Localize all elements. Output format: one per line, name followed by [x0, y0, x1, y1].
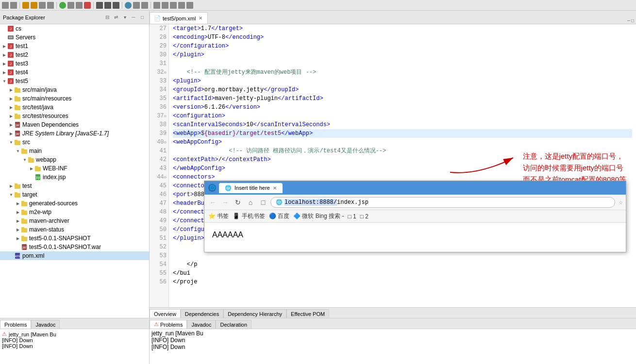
tree-arrow-m2e-wtp: ▶	[16, 210, 20, 215]
line-number-39: 39	[151, 129, 167, 138]
bookmark-mobile[interactable]: 📱 手机书签	[233, 212, 265, 220]
browser-tabview-button[interactable]: □	[258, 197, 268, 208]
code-line-33: <plugin>	[173, 77, 632, 85]
tree-item-pom-xml[interactable]: xmlpom.xml	[0, 251, 149, 260]
tab-overview[interactable]: Overview	[150, 309, 181, 318]
tab-bottom-declaration[interactable]: Declaration	[216, 320, 251, 329]
tree-item-test1[interactable]: ▶Jtest1	[0, 42, 149, 50]
bookmark-2[interactable]: □ 2	[360, 213, 368, 220]
tree-item-target-dir[interactable]: ▼target	[0, 190, 149, 199]
tree-item-src-main-resources[interactable]: ▶src/main/resources	[0, 94, 149, 103]
tree-label-src-test-java: src/test/java	[22, 104, 53, 111]
toolbar-icon-20	[178, 2, 185, 9]
maximize-icon[interactable]: □	[138, 14, 146, 21]
browser-refresh-button[interactable]: ↻	[233, 197, 243, 208]
bottom-panel-tabs: ⚠ Problems Javadoc Declaration	[150, 318, 636, 329]
tree-item-index-jsp[interactable]: jspindex.jsp	[0, 173, 149, 182]
browser-address-bar[interactable]: 🌐 localhost:8888/index.jsp	[270, 197, 615, 208]
tab-effective-pom[interactable]: Effective POM	[286, 309, 329, 318]
tree-arrow-target-dir: ▼	[9, 192, 14, 197]
editor-minimize-icon[interactable]: ─	[627, 18, 630, 24]
editor-controls: ─ □	[627, 18, 636, 24]
tree-item-maven-dep[interactable]: ▶jarMaven Dependencies	[0, 120, 149, 129]
svg-rect-42	[21, 211, 27, 215]
tree-item-test5[interactable]: ▼Jtest5	[0, 77, 149, 85]
browser-tab[interactable]: 🌐 Insert title here ✕	[219, 183, 283, 193]
editor-tab-close[interactable]: ✕	[198, 16, 203, 21]
code-line-56: </proje	[173, 278, 632, 286]
tree-item-main[interactable]: ▼main	[0, 147, 149, 155]
link-editor-icon[interactable]: ⇌	[112, 14, 120, 21]
svg-rect-26	[15, 141, 20, 145]
toolbar-icon-10	[84, 2, 91, 9]
tree-item-servers[interactable]: Servers	[0, 33, 149, 42]
tree-item-test-dir[interactable]: ▶test	[0, 182, 149, 190]
tree-icon-webapp	[27, 156, 35, 164]
tree-item-maven-status[interactable]: ▶maven-status	[0, 225, 149, 234]
line-number-47: 47	[151, 199, 167, 208]
tree-arrow-web-inf: ▶	[29, 166, 34, 171]
tree-item-test5-snapshot[interactable]: ▶test5-0.0.1-SNAPSHOT	[0, 234, 149, 243]
svg-rect-16	[15, 97, 20, 101]
svg-rect-31	[28, 157, 31, 159]
tree-item-web-inf[interactable]: ▶WEB-INF	[0, 164, 149, 173]
svg-text:J: J	[10, 53, 12, 57]
tree-item-test5-snapshot-war[interactable]: jartest5-0.0.1-SNAPSHOT.war	[0, 243, 149, 251]
browser-forward-button[interactable]: →	[220, 197, 231, 208]
tree-item-maven-archiver[interactable]: ▶maven-archiver	[0, 216, 149, 225]
editor-maximize-icon[interactable]: □	[631, 18, 634, 24]
tab-dependencies[interactable]: Dependencies	[181, 309, 223, 318]
toolbar-icon-9	[76, 2, 83, 9]
tab-file-icon: 📄	[154, 15, 161, 21]
browser-back-button[interactable]: ←	[207, 197, 218, 208]
code-editor[interactable]: 272829303132⊖3334353637⊖383940⊖41424344⊖…	[150, 24, 636, 307]
browser-tab-title: Insert title here	[234, 185, 270, 191]
collapse-icon[interactable]: ⊟	[103, 14, 111, 21]
tree-item-cs[interactable]: Jcs	[0, 24, 149, 33]
code-line-55: </bui	[173, 269, 632, 278]
toolbar-icon-18	[162, 2, 168, 9]
tree-label-test3: test3	[16, 60, 28, 67]
tree-arrow-test3: ▶	[2, 61, 7, 66]
browser-tab-close[interactable]: ✕	[273, 185, 277, 191]
tree-item-src[interactable]: ▼src	[0, 138, 149, 147]
svg-text:J: J	[10, 27, 12, 31]
line-number-54: 54	[151, 260, 167, 269]
bookmark-favorites[interactable]: ⭐ 书签	[208, 212, 229, 220]
tree-item-test4[interactable]: ▶Jtest4	[0, 68, 149, 77]
line-number-52: 52	[151, 243, 167, 251]
code-line-54: </p	[173, 260, 632, 269]
editor-tab-pom[interactable]: 📄 test5/pom.xml ✕	[150, 12, 208, 24]
svg-text:jsp: jsp	[35, 176, 40, 180]
toolbar-icon-14	[125, 2, 132, 9]
minimize-icon[interactable]: ─	[130, 14, 137, 21]
tree-item-src-test-resources[interactable]: ▶src/test/resources	[0, 112, 149, 120]
tree-item-src-test-java[interactable]: ▶src/test/java	[0, 103, 149, 112]
browser-home-button[interactable]: ⌂	[245, 197, 256, 208]
svg-rect-44	[21, 219, 27, 224]
tree-label-src-main-resources: src/main/resources	[22, 95, 71, 102]
main-layout: Package Explorer ⊟ ⇌ ▾ ─ □ JcsServers▶Jt…	[0, 11, 636, 364]
line-number-31: 31	[151, 59, 167, 68]
tree-item-src-main-java[interactable]: ▶src/main/java	[0, 85, 149, 94]
view-menu-icon[interactable]: ▾	[121, 14, 129, 21]
tree-item-test3[interactable]: ▶Jtest3	[0, 59, 149, 68]
bookmark-bing[interactable]: 🔷 微软 Bing 搜索 -	[293, 212, 344, 220]
tab-problems[interactable]: Problems	[0, 320, 31, 329]
tree-arrow-src: ▼	[9, 140, 14, 145]
toolbar-icon-16	[141, 2, 148, 9]
tab-bottom-javadoc[interactable]: Javadoc	[187, 320, 216, 329]
tree-item-jre[interactable]: ▶jarJRE System Library [JavaSE-1.7]	[0, 129, 149, 138]
tree-label-jre: JRE System Library [JavaSE-1.7]	[22, 130, 109, 137]
tab-javadoc[interactable]: Javadoc	[31, 320, 60, 329]
tree-icon-test3: J	[7, 60, 15, 67]
tree-item-generated-sources[interactable]: ▶generated-sources	[0, 199, 149, 208]
tab-dependency-hierarchy[interactable]: Dependency Hierarchy	[223, 309, 286, 318]
bookmark-1[interactable]: □ 1	[348, 213, 356, 220]
bookmark-baidu[interactable]: 🔵 百度	[269, 212, 289, 220]
tree-item-test2[interactable]: ▶Jtest2	[0, 50, 149, 59]
tab-bottom-problems[interactable]: ⚠ Problems	[150, 320, 187, 329]
tree-item-webapp[interactable]: ▼webapp	[0, 155, 149, 164]
tree-item-m2e-wtp[interactable]: ▶m2e-wtp	[0, 208, 149, 216]
line-number-49: 49	[151, 216, 167, 225]
